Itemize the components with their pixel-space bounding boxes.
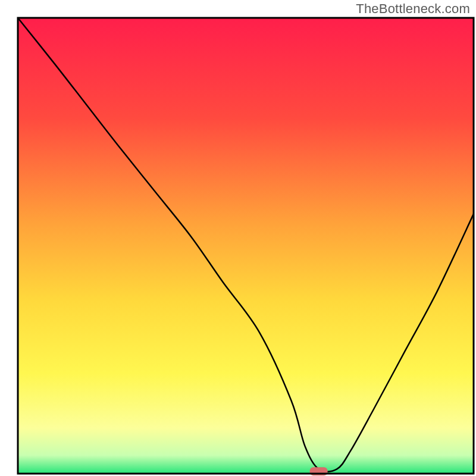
plot-background bbox=[18, 18, 474, 474]
bottleneck-chart bbox=[0, 0, 476, 476]
chart-container: TheBottleneck.com bbox=[0, 0, 476, 476]
